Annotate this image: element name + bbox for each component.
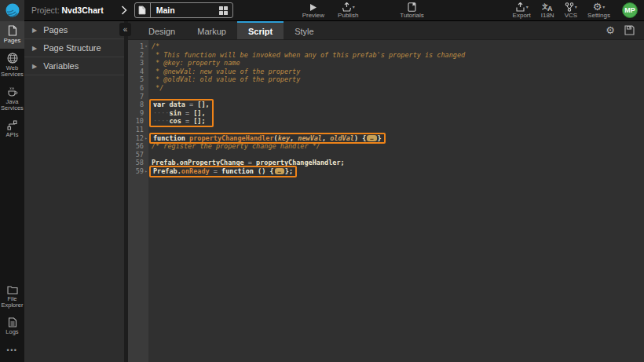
settings-button[interactable]: ⚙▾ Settings (587, 2, 610, 19)
code-line[interactable] (152, 151, 644, 159)
sidebar-item-apis[interactable]: APIs (0, 116, 24, 143)
chevron-down-icon: ▾ (602, 4, 605, 11)
project-name: Nvd3Chart (62, 5, 104, 15)
export-icon (515, 2, 525, 12)
gutter-line-number[interactable]: 58 (128, 159, 148, 167)
page-selector[interactable]: Main (134, 2, 233, 18)
annotation-highlight-box: Prefab.onReady = function () {…}; (149, 166, 297, 177)
tab-design[interactable]: Design (137, 21, 186, 39)
gutter-line-number[interactable]: 4 (128, 68, 148, 76)
tab-style[interactable]: Style (284, 21, 324, 39)
code-fold-widget[interactable]: … (275, 168, 284, 174)
vcs-button[interactable]: ▾ VCS (565, 2, 577, 19)
coffee-icon (7, 86, 18, 97)
gutter-line-number[interactable]: 10 (128, 117, 148, 126)
app-logo[interactable] (0, 0, 24, 21)
code-token: , (290, 134, 298, 142)
sidebar-item-file-explorer[interactable]: File Explorer (0, 281, 24, 313)
code-token: oldVal (330, 134, 354, 142)
code-line[interactable]: var data = [], (153, 101, 210, 109)
sidebar-item-pages[interactable]: Pages (0, 21, 24, 49)
sidebar-item-web-services[interactable]: Web Services (0, 49, 24, 82)
code-line[interactable]: Prefab.onReady = function () {…}; (153, 167, 293, 176)
code-token: sin (169, 109, 185, 117)
sidebar-item-label: Web Services (1, 65, 24, 78)
gutter-line-number[interactable]: 11 (128, 126, 148, 134)
gutter-line-number[interactable]: 12▸ (128, 134, 148, 143)
gutter-line-number[interactable]: 9 (128, 109, 148, 118)
script-editor[interactable]: 1▾23456789101112▸56575859▸ /* * This fun… (128, 40, 644, 362)
gutter-line-number[interactable]: 3 (128, 59, 148, 68)
sidebar-item-java-services[interactable]: Java Services (0, 82, 24, 116)
gutter-line-number[interactable]: 2 (128, 51, 148, 60)
editor-settings-gear-icon[interactable]: ⚙ (606, 26, 615, 35)
code-line[interactable]: * @newVal: new value of the property (152, 68, 644, 76)
page-type-button[interactable] (135, 3, 151, 17)
sidebar-item-label: APIs (6, 132, 19, 138)
code-line[interactable]: ····sin = [], (153, 109, 210, 118)
sidebar-item-label: Pages (4, 38, 20, 44)
code-token: function (153, 134, 185, 142)
editor-tab-bar: Design Markup Script Style ⚙ (128, 21, 644, 40)
gutter-line-number[interactable]: 56 (128, 142, 148, 151)
gutter-line-number[interactable]: 5 (128, 75, 148, 84)
panel-section-page-structure[interactable]: ▶ Page Structure (24, 39, 124, 57)
editor-gutter: 1▾23456789101112▸56575859▸ (128, 40, 148, 362)
code-token: key (278, 134, 290, 142)
gutter-line-number[interactable]: 1▾ (128, 42, 148, 51)
code-line[interactable]: /* (152, 42, 644, 51)
tutorials-label: Tutorials (400, 12, 423, 19)
code-token: * @newVal: new value of the property (152, 68, 300, 75)
code-token: } (378, 134, 382, 142)
gutter-line-number[interactable]: 59▸ (128, 167, 148, 176)
sidebar-item-logs[interactable]: Logs (0, 313, 24, 340)
page-icon (138, 5, 146, 15)
i18n-button[interactable]: 文A I18N (541, 2, 554, 19)
gutter-line-number[interactable]: 8 (128, 101, 148, 109)
user-avatar[interactable]: MP (622, 2, 638, 18)
collapse-panel-button[interactable]: « (119, 23, 131, 36)
code-token: /* (152, 42, 159, 50)
code-line[interactable]: * @oldVal: old value of the property (152, 75, 644, 84)
gutter-line-number[interactable]: 7 (128, 93, 148, 101)
gutter-line-number[interactable]: 57 (128, 151, 148, 159)
code-token: [], (189, 109, 205, 117)
code-fold-widget[interactable]: … (367, 135, 376, 141)
preview-button[interactable]: Preview (302, 2, 324, 19)
code-token: () { (254, 167, 274, 175)
export-button[interactable]: ▾ Export (513, 2, 531, 19)
preview-label: Preview (302, 12, 324, 19)
code-line[interactable]: ····cos = []; (153, 117, 210, 126)
code-line[interactable]: * @key: property name (152, 59, 644, 68)
svg-text:A: A (547, 5, 553, 12)
code-token: }; (285, 167, 293, 175)
i18n-label: I18N (541, 12, 554, 19)
code-token: newVal (298, 134, 322, 142)
pages-grid-icon[interactable] (219, 6, 228, 15)
sidebar-overflow-menu[interactable]: ••• (0, 340, 24, 362)
code-token: data (165, 101, 189, 108)
code-token: */ (152, 84, 163, 92)
chevron-down-icon: ▾ (353, 4, 355, 11)
code-line[interactable]: */ (152, 84, 644, 93)
tutorials-button[interactable]: Tutorials (400, 2, 423, 19)
gutter-line-number[interactable]: 6 (128, 84, 148, 93)
code-line[interactable] (152, 93, 644, 101)
save-icon[interactable] (624, 25, 635, 35)
translate-icon: 文A (542, 2, 553, 12)
panel-section-pages[interactable]: ▶ Pages (24, 21, 124, 39)
vcs-label: VCS (565, 12, 577, 19)
code-line[interactable]: * This function will be invoked when any… (152, 51, 644, 60)
tab-script[interactable]: Script (237, 21, 284, 39)
project-breadcrumb: Project: Nvd3Chart (31, 5, 104, 15)
editor-code[interactable]: /* * This function will be invoked when … (148, 40, 644, 362)
tab-markup[interactable]: Markup (186, 21, 237, 39)
code-token: var (153, 101, 165, 108)
chevron-down-icon: ▾ (526, 4, 529, 11)
code-line[interactable]: function propertyChangeHandler(key, newV… (153, 134, 382, 143)
wavemaker-logo-icon (5, 3, 20, 17)
pages-panel: ▶ Pages ▶ Page Structure ▶ Variables (24, 21, 124, 362)
publish-button[interactable]: ▾ Publish (338, 2, 358, 19)
code-token: function (221, 167, 254, 175)
panel-section-variables[interactable]: ▶ Variables (24, 57, 124, 75)
